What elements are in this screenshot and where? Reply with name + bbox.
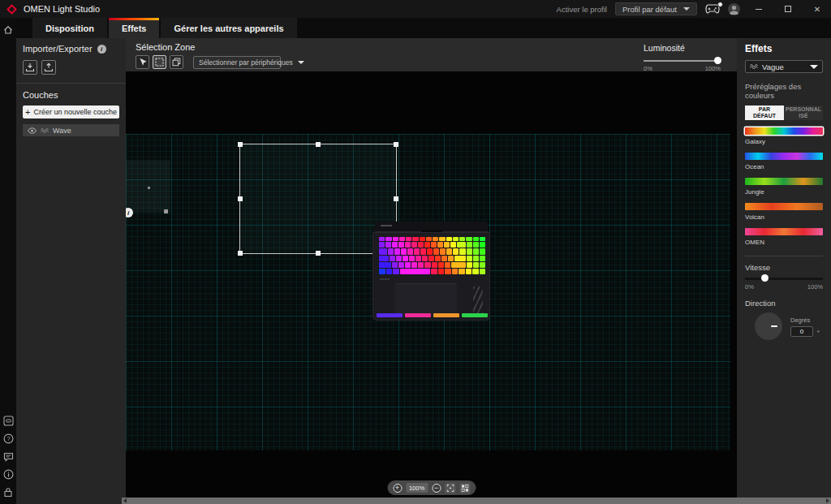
zoom-in-button[interactable]: + [393, 484, 402, 493]
preset-tab-default[interactable]: PAR DÉFAUT [745, 106, 784, 120]
keyboard-key [392, 262, 398, 268]
fit-view-button[interactable] [445, 483, 455, 493]
partial-device-zone[interactable]: i [126, 160, 170, 213]
device-anchor-dot [148, 187, 150, 189]
keyboard-key [466, 269, 472, 274]
marquee-select-tool-button[interactable] [153, 55, 166, 69]
layer-item-wave[interactable]: Wave [23, 124, 119, 136]
keyboard-key [435, 256, 441, 261]
tab-effets[interactable]: Effets [109, 18, 160, 38]
notification-badge [717, 2, 723, 7]
selection-handle-nw[interactable] [238, 142, 243, 147]
speed-slider-handle[interactable] [761, 274, 769, 282]
keyboard-key [473, 242, 479, 248]
lightbar-segment [377, 313, 403, 317]
direction-dial-indicator[interactable] [771, 325, 777, 327]
brightness-slider-handle[interactable] [714, 57, 721, 64]
selection-handle-n[interactable] [316, 142, 321, 147]
import-button[interactable] [23, 60, 37, 75]
keyboard-key [422, 256, 428, 261]
keyboard-key [411, 262, 417, 268]
zoom-level[interactable]: 100% [406, 483, 428, 493]
keyboard-key [428, 256, 434, 261]
visibility-eye-icon[interactable] [28, 127, 37, 134]
keyboard-key [448, 256, 454, 261]
feedback-button[interactable] [3, 451, 14, 462]
select-by-device-dropdown[interactable]: Sélectionner par périphériques [193, 56, 281, 69]
scroll-right-arrow-icon[interactable] [826, 498, 829, 503]
actual-size-button[interactable] [459, 483, 470, 493]
preset-ocean[interactable]: Ocean [745, 153, 823, 170]
accessories-button[interactable] [3, 416, 14, 426]
keyboard-key [390, 256, 395, 261]
plus-icon: + [25, 108, 30, 117]
selection-handle-w[interactable] [238, 196, 243, 201]
preset-jungle[interactable]: Jungle [745, 178, 823, 196]
canvas-toolbar: Sélection Zone Sélectionner par périphér… [126, 38, 737, 71]
preset-gradient-swatch[interactable] [745, 203, 823, 210]
keyboard-key [424, 262, 430, 268]
import-export-info-icon[interactable]: i [97, 45, 106, 54]
keyboard-key [394, 248, 400, 254]
keyboard-key [393, 237, 398, 241]
preset-volcan[interactable]: Volcan [745, 203, 823, 221]
keyboard-key [431, 242, 437, 248]
direction-dial[interactable] [755, 312, 782, 340]
keyboard-key [433, 248, 439, 254]
preset-omen[interactable]: OMEN [745, 228, 823, 246]
preset-galaxy[interactable]: Galaxy [745, 127, 823, 145]
user-avatar[interactable] [728, 3, 740, 15]
speed-slider[interactable] [745, 278, 823, 280]
preset-gradient-swatch[interactable] [745, 228, 823, 235]
horizontal-scrollbar[interactable] [122, 498, 831, 504]
selection-handle-sw[interactable] [238, 251, 243, 256]
lighting-canvas[interactable]: i [126, 71, 737, 498]
keyboard-key [459, 237, 465, 241]
keyboard-key [420, 248, 426, 254]
keyboard-key [379, 242, 385, 248]
degrees-stepper[interactable]: + [816, 328, 820, 335]
effect-dropdown[interactable]: Vague [745, 60, 823, 73]
brightness-slider[interactable] [644, 60, 721, 62]
preset-gradient-swatch[interactable] [745, 178, 823, 185]
laptop-body [372, 232, 490, 321]
keyboard-key [416, 256, 421, 261]
selection-handle-s[interactable] [316, 251, 321, 256]
device-resize-handle[interactable] [164, 209, 168, 213]
preset-gradient-swatch[interactable] [745, 127, 823, 135]
selection-rectangle[interactable] [239, 144, 397, 254]
preset-tab-custom[interactable]: PERSONNALISÉ [784, 106, 823, 120]
pointer-tool-button[interactable] [136, 55, 149, 69]
home-button[interactable] [3, 24, 14, 35]
game-controller-button[interactable] [705, 4, 720, 14]
omen-logo-icon [6, 4, 17, 15]
keyboard-key [452, 269, 459, 274]
effect-dropdown-value: Vague [762, 62, 784, 71]
keyboard-key [466, 237, 471, 241]
laptop-speaker-mark [380, 278, 390, 280]
keyboard-key [480, 237, 485, 241]
wave-effect-icon [41, 128, 49, 133]
selection-handle-ne[interactable] [394, 142, 398, 147]
selection-handle-e[interactable] [394, 196, 398, 201]
degrees-input[interactable]: 0 [790, 326, 813, 337]
scroll-left-arrow-icon[interactable] [123, 498, 127, 503]
duplicate-tool-button[interactable] [170, 55, 183, 69]
tab-gerer-autres-appareils[interactable]: Gérer les autres appareils [161, 18, 296, 38]
keyboard-key [426, 237, 432, 241]
help-button[interactable]: ? [3, 433, 14, 444]
zoom-out-button[interactable]: − [432, 484, 441, 493]
profile-dropdown[interactable]: Profil par défaut [615, 2, 697, 15]
export-button[interactable] [41, 60, 56, 75]
info-button[interactable] [3, 469, 14, 480]
close-button[interactable]: ✕ [807, 0, 828, 18]
keyboard-device[interactable] [372, 222, 490, 321]
keyboard-key [433, 237, 438, 241]
preset-gradient-swatch[interactable] [745, 153, 823, 160]
create-layer-button[interactable]: + Créer un nouvelle couche [23, 106, 119, 118]
maximize-button[interactable] [777, 0, 799, 18]
tab-disposition[interactable]: Disposition [32, 18, 107, 38]
lock-button[interactable] [3, 487, 14, 498]
minimize-button[interactable] [748, 0, 769, 18]
keyboard-key [446, 237, 452, 241]
